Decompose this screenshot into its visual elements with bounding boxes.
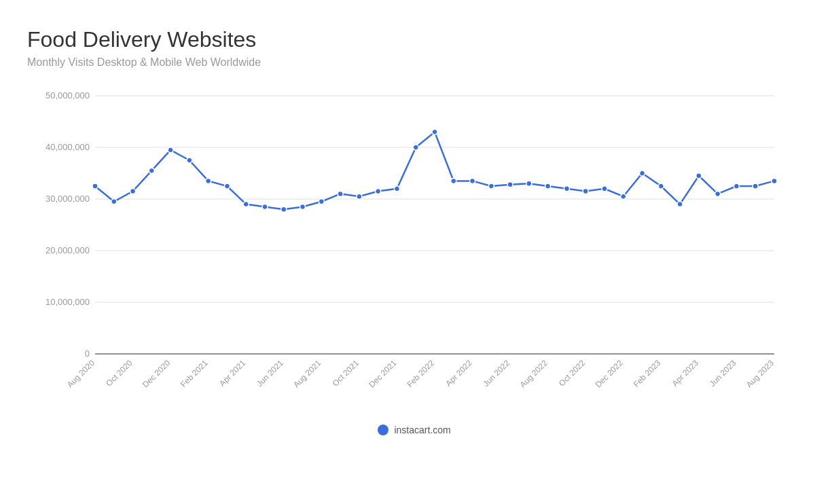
- svg-point-65: [715, 191, 721, 196]
- svg-text:Aug 2020: Aug 2020: [65, 358, 96, 389]
- svg-point-59: [602, 186, 607, 192]
- svg-point-57: [564, 186, 569, 192]
- svg-text:Apr 2021: Apr 2021: [217, 358, 248, 389]
- chart-legend: instacart.com: [27, 425, 801, 435]
- svg-text:Jun 2022: Jun 2022: [481, 358, 511, 389]
- svg-point-62: [658, 183, 664, 189]
- svg-point-35: [149, 168, 154, 173]
- svg-point-45: [338, 191, 343, 196]
- svg-point-46: [357, 194, 362, 199]
- svg-point-40: [243, 202, 249, 207]
- svg-point-49: [413, 145, 418, 150]
- svg-point-37: [187, 158, 192, 163]
- svg-text:Jun 2021: Jun 2021: [255, 358, 285, 389]
- svg-text:20,000,000: 20,000,000: [46, 245, 90, 255]
- svg-point-67: [753, 183, 758, 189]
- chart-area: 010,000,00020,000,00030,000,00040,000,00…: [27, 89, 801, 418]
- svg-text:Oct 2021: Oct 2021: [331, 358, 361, 389]
- svg-text:Aug 2021: Aug 2021: [291, 358, 323, 389]
- svg-point-63: [677, 202, 683, 207]
- svg-point-36: [168, 147, 173, 153]
- chart-title: Food Delivery Websites: [27, 27, 801, 52]
- svg-text:Aug 2022: Aug 2022: [518, 358, 549, 389]
- line-chart: 010,000,00020,000,00030,000,00040,000,00…: [27, 89, 801, 415]
- svg-point-52: [470, 178, 475, 183]
- svg-point-61: [640, 170, 645, 176]
- svg-point-55: [526, 181, 532, 186]
- legend-dot: [378, 425, 388, 435]
- chart-container: Food Delivery Websites Monthly Visits De…: [0, 0, 815, 504]
- svg-text:30,000,000: 30,000,000: [46, 194, 90, 204]
- svg-point-66: [734, 183, 739, 189]
- legend-label: instacart.com: [394, 425, 450, 435]
- svg-point-38: [206, 178, 211, 183]
- svg-point-56: [545, 183, 551, 189]
- svg-point-48: [394, 186, 399, 192]
- svg-point-51: [451, 178, 456, 183]
- svg-text:Jun 2023: Jun 2023: [708, 358, 738, 389]
- svg-point-60: [621, 194, 626, 199]
- svg-text:Feb 2023: Feb 2023: [632, 358, 663, 389]
- svg-text:Feb 2021: Feb 2021: [179, 358, 210, 389]
- svg-text:Oct 2022: Oct 2022: [557, 358, 587, 389]
- chart-subtitle: Monthly Visits Desktop & Mobile Web Worl…: [27, 56, 801, 69]
- svg-text:Dec 2022: Dec 2022: [594, 358, 625, 389]
- svg-point-43: [300, 204, 306, 209]
- svg-point-42: [281, 206, 287, 212]
- svg-point-53: [488, 183, 494, 189]
- svg-text:0: 0: [85, 348, 90, 359]
- svg-text:40,000,000: 40,000,000: [46, 142, 90, 152]
- svg-point-39: [224, 183, 230, 189]
- svg-text:10,000,000: 10,000,000: [46, 297, 90, 307]
- svg-point-44: [319, 199, 324, 204]
- svg-text:Oct 2020: Oct 2020: [104, 358, 134, 389]
- svg-text:Aug 2023: Aug 2023: [744, 358, 776, 389]
- svg-point-47: [376, 189, 381, 194]
- svg-text:50,000,000: 50,000,000: [46, 90, 90, 101]
- svg-point-58: [583, 189, 588, 194]
- svg-point-54: [507, 182, 513, 187]
- svg-text:Apr 2023: Apr 2023: [670, 358, 701, 389]
- svg-point-41: [262, 204, 268, 209]
- svg-text:Dec 2021: Dec 2021: [367, 358, 398, 389]
- svg-point-68: [772, 178, 777, 183]
- svg-point-50: [432, 129, 437, 134]
- svg-text:Dec 2020: Dec 2020: [141, 358, 172, 389]
- svg-point-32: [92, 183, 98, 189]
- svg-point-34: [130, 189, 136, 194]
- svg-text:Apr 2022: Apr 2022: [443, 358, 474, 389]
- svg-point-33: [111, 199, 117, 204]
- svg-point-64: [696, 173, 702, 179]
- svg-text:Feb 2022: Feb 2022: [405, 358, 436, 389]
